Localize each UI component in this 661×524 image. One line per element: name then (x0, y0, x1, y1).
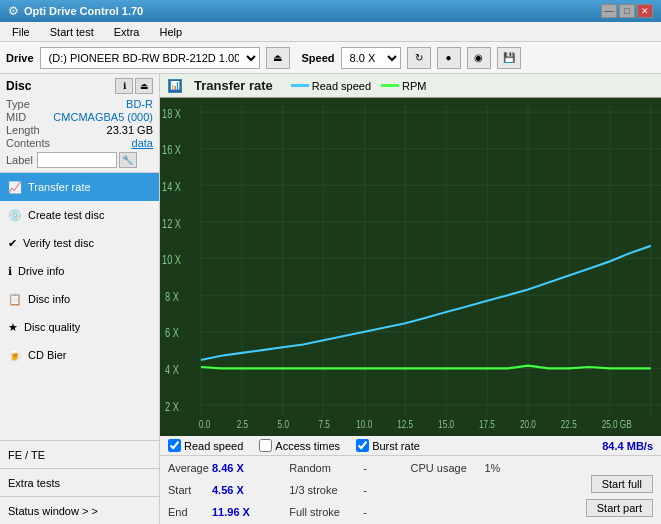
nav-disc-quality[interactable]: ★ Disc quality (0, 313, 159, 341)
legend-rpm-label: RPM (402, 80, 426, 92)
chart-title: Transfer rate (194, 78, 273, 93)
start-row: Start 4.56 X (168, 480, 289, 500)
nav-drive-info[interactable]: ℹ Drive info (0, 257, 159, 285)
save-button[interactable]: 💾 (497, 47, 521, 69)
chart-icon: 📊 (168, 79, 182, 93)
start-part-row: Start part (586, 498, 653, 518)
menu-bar: File Start test Extra Help (0, 22, 661, 42)
disc-button[interactable]: ◉ (467, 47, 491, 69)
disc-panel: Disc ℹ ⏏ Type BD-R MID CMCMAGBA5 (000) L… (0, 74, 159, 173)
disc-quality-label: Disc quality (24, 321, 80, 333)
disc-quality-icon: ★ (8, 321, 18, 334)
start-value: 4.56 X (212, 484, 257, 496)
average-label: Average (168, 462, 208, 474)
maximize-button[interactable]: □ (619, 4, 635, 18)
svg-text:20.0: 20.0 (520, 417, 536, 430)
svg-text:7.5: 7.5 (318, 417, 330, 430)
burn-button[interactable]: ● (437, 47, 461, 69)
stroke-1-3-label: 1/3 stroke (289, 484, 359, 496)
average-value: 8.46 X (212, 462, 257, 474)
transfer-rate-label: Transfer rate (28, 181, 91, 193)
access-times-checkbox[interactable] (259, 439, 272, 452)
svg-text:14 X: 14 X (162, 180, 181, 194)
drive-info-icon: ℹ (8, 265, 12, 278)
start-full-button[interactable]: Start full (591, 475, 653, 493)
disc-eject-btn[interactable]: ⏏ (135, 78, 153, 94)
average-row: Average 8.46 X (168, 458, 289, 478)
rpm-color (381, 84, 399, 87)
create-test-disc-icon: 💿 (8, 209, 22, 222)
svg-text:4 X: 4 X (165, 363, 179, 377)
end-value: 11.96 X (212, 506, 257, 518)
nav-disc-info[interactable]: 📋 Disc info (0, 285, 159, 313)
random-value: - (363, 462, 383, 474)
app-icon: ⚙ (8, 4, 19, 18)
burst-rate-checkbox[interactable] (356, 439, 369, 452)
svg-text:22.5: 22.5 (561, 417, 577, 430)
random-row: Random - (289, 458, 410, 478)
cpu-label: CPU usage (411, 462, 481, 474)
stats-col-1: Average 8.46 X Start 4.56 X End 11.96 X (168, 458, 289, 522)
drive-select[interactable]: (D:) PIONEER BD-RW BDR-212D 1.00 (40, 47, 260, 69)
length-label: Length (6, 124, 40, 136)
nav-extra-tests[interactable]: Extra tests (0, 468, 159, 496)
nav-transfer-rate[interactable]: 📈 Transfer rate (0, 173, 159, 201)
refresh-button[interactable]: ↻ (407, 47, 431, 69)
legend-read-speed: Read speed (291, 80, 371, 92)
svg-text:25.0 GB: 25.0 GB (602, 417, 632, 430)
start-part-button[interactable]: Start part (586, 499, 653, 517)
label-set-btn[interactable]: 🔧 (119, 152, 137, 168)
nav-fe-te[interactable]: FE / TE (0, 440, 159, 468)
sidebar: Disc ℹ ⏏ Type BD-R MID CMCMAGBA5 (000) L… (0, 74, 160, 524)
svg-text:0.0: 0.0 (199, 417, 211, 430)
full-stroke-row: Full stroke - (289, 502, 410, 522)
chart-header: 📊 Transfer rate Read speed RPM (160, 74, 661, 98)
verify-test-disc-label: Verify test disc (23, 237, 94, 249)
cpu-row: CPU usage 1% (411, 458, 532, 478)
end-row: End 11.96 X (168, 502, 289, 522)
menu-extra[interactable]: Extra (106, 24, 148, 40)
transfer-rate-icon: 📈 (8, 181, 22, 194)
start-full-row: Start full (591, 474, 653, 494)
nav-create-test-disc[interactable]: 💿 Create test disc (0, 201, 159, 229)
access-times-cb-label: Access times (275, 440, 340, 452)
fe-te-label: FE / TE (8, 449, 45, 461)
app-title: Opti Drive Control 1.70 (24, 5, 143, 17)
full-stroke-label: Full stroke (289, 506, 359, 518)
svg-text:2 X: 2 X (165, 399, 179, 413)
menu-help[interactable]: Help (151, 24, 190, 40)
contents-value[interactable]: data (132, 137, 153, 149)
svg-text:12 X: 12 X (162, 216, 181, 230)
start-label: Start (168, 484, 208, 496)
create-test-disc-label: Create test disc (28, 209, 104, 221)
svg-text:16 X: 16 X (162, 143, 181, 157)
svg-text:6 X: 6 X (165, 326, 179, 340)
content-panel: 📊 Transfer rate Read speed RPM (160, 74, 661, 524)
status-window-label: Status window > > (8, 505, 98, 517)
nav-status-window[interactable]: Status window > > (0, 496, 159, 524)
length-value: 23.31 GB (107, 124, 153, 136)
disc-info-label: Disc info (28, 293, 70, 305)
minimize-button[interactable]: — (601, 4, 617, 18)
menu-start-test[interactable]: Start test (42, 24, 102, 40)
contents-label: Contents (6, 137, 50, 149)
nav-cd-bier[interactable]: 🍺 CD Bier (0, 341, 159, 369)
eject-button[interactable]: ⏏ (266, 47, 290, 69)
drive-info-label: Drive info (18, 265, 64, 277)
read-speed-checkbox-item: Read speed (168, 439, 243, 452)
speed-select[interactable]: 8.0 X (341, 47, 401, 69)
stats-col-2: Random - 1/3 stroke - Full stroke - (289, 458, 410, 522)
end-label: End (168, 506, 208, 518)
label-input[interactable] (37, 152, 117, 168)
toolbar: Drive (D:) PIONEER BD-RW BDR-212D 1.00 ⏏… (0, 42, 661, 74)
read-speed-checkbox[interactable] (168, 439, 181, 452)
nav-verify-test-disc[interactable]: ✔ Verify test disc (0, 229, 159, 257)
full-stroke-value: - (363, 506, 383, 518)
title-bar: ⚙ Opti Drive Control 1.70 — □ ✕ (0, 0, 661, 22)
menu-file[interactable]: File (4, 24, 38, 40)
disc-info-btn[interactable]: ℹ (115, 78, 133, 94)
cd-bier-icon: 🍺 (8, 349, 22, 362)
close-button[interactable]: ✕ (637, 4, 653, 18)
burst-rate-value: 84.4 MB/s (602, 440, 653, 452)
burst-rate-checkbox-item: Burst rate (356, 439, 420, 452)
